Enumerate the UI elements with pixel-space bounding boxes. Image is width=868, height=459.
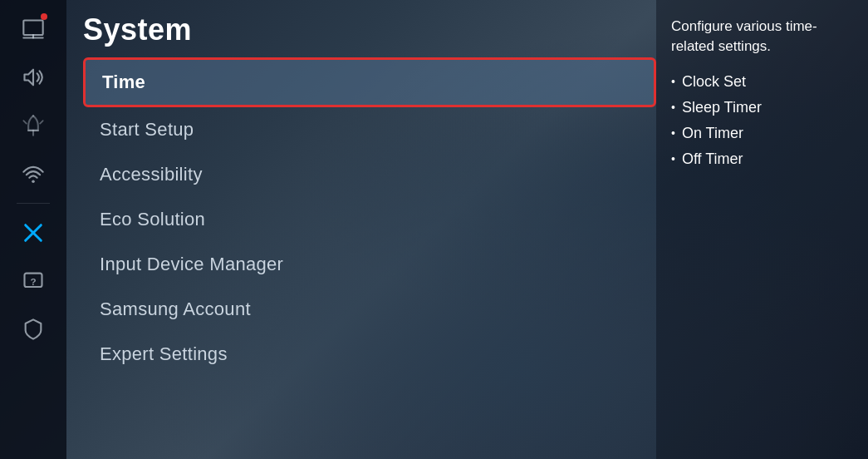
- page-title: System: [83, 12, 656, 47]
- right-panel-item-clock-set: Clock Set: [671, 73, 853, 91]
- notification-dot: [41, 13, 47, 20]
- menu-item-accessibility[interactable]: Accessibility: [83, 152, 656, 197]
- svg-point-9: [32, 180, 35, 184]
- menu-item-input-device-manager[interactable]: Input Device Manager: [83, 242, 656, 287]
- right-panel-item-on-timer: On Timer: [671, 125, 853, 142]
- menu-list: Time Start Setup Accessibility Eco Solut…: [83, 57, 656, 377]
- main-content: System Time Start Setup Accessibility Ec…: [66, 0, 673, 459]
- svg-rect-0: [23, 21, 42, 36]
- sidebar-icon-support[interactable]: ?: [12, 260, 54, 302]
- menu-item-start-setup[interactable]: Start Setup: [83, 107, 656, 152]
- right-panel-item-sleep-timer: Sleep Timer: [671, 99, 853, 116]
- svg-line-8: [40, 121, 43, 124]
- right-panel: Configure various time-related settings.…: [656, 0, 868, 459]
- right-panel-item-off-timer: Off Timer: [671, 151, 853, 168]
- right-panel-items: Clock Set Sleep Timer On Timer Off Timer: [671, 73, 853, 168]
- svg-text:?: ?: [30, 276, 36, 287]
- sidebar-icon-sound[interactable]: [12, 57, 54, 98]
- sidebar: ?: [0, 0, 66, 459]
- sidebar-icon-picture[interactable]: [12, 8, 54, 50]
- sidebar-icon-broadcast[interactable]: [12, 105, 54, 146]
- sidebar-icon-network[interactable]: [12, 153, 54, 195]
- sidebar-divider: [17, 203, 50, 204]
- svg-line-7: [23, 121, 27, 124]
- sidebar-icon-shield[interactable]: [12, 308, 54, 350]
- menu-item-expert-settings[interactable]: Expert Settings: [83, 332, 656, 377]
- right-panel-description: Configure various time-related settings.: [671, 17, 853, 57]
- menu-item-time[interactable]: Time: [83, 57, 656, 107]
- sidebar-icon-system[interactable]: [12, 212, 54, 254]
- menu-item-eco-solution[interactable]: Eco Solution: [83, 197, 656, 242]
- menu-item-samsung-account[interactable]: Samsung Account: [83, 287, 656, 332]
- svg-marker-3: [25, 70, 34, 86]
